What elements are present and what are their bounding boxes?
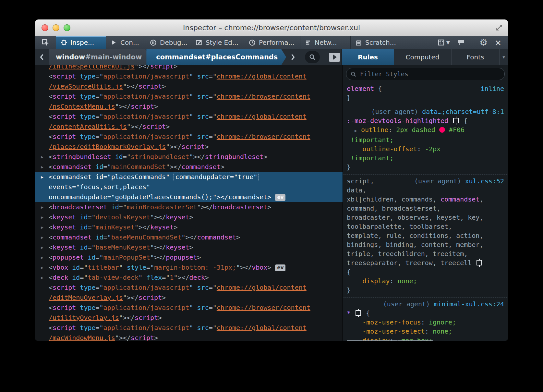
rule-line[interactable]: display: -moz-box; [347, 336, 504, 341]
expander-icon[interactable]: ▶ [41, 273, 43, 283]
expander-icon[interactable]: ▶ [41, 242, 43, 252]
markup-row[interactable]: ▶<deck id="tab-view-deck" flex="1"></dec… [35, 273, 343, 283]
rules-view[interactable]: element {inline}(user agent) data…;chars… [343, 65, 508, 341]
markup-row[interactable]: ▶<vbox id="titlebar" style="margin-botto… [35, 263, 343, 273]
close-devtools-button[interactable]: × [495, 39, 501, 47]
rule-line[interactable]: } [347, 163, 504, 172]
markup-row[interactable]: <script type="application/javascript" sr… [35, 92, 343, 102]
code-segment[interactable]: chrome://browser/content [217, 304, 310, 312]
markup-row[interactable]: ▶<commandset id="placesCommands" command… [35, 172, 343, 182]
pick-element-button[interactable] [35, 36, 56, 49]
expander-icon[interactable]: ▶ [41, 222, 43, 232]
markup-row[interactable]: ▶<keyset id="devtoolsKeyset"></keyset> [35, 212, 343, 222]
markup-row[interactable]: <script type="application/javascript" sr… [35, 71, 343, 81]
breadcrumb-back-button[interactable] [35, 53, 49, 61]
sidebar-tab-computed[interactable]: Computed [394, 49, 452, 65]
markup-row[interactable]: ▶<popupset id="mainPopupSet"></popupset> [35, 252, 343, 263]
code-segment[interactable]: /macWindowMenu.js [49, 334, 115, 341]
tab-console[interactable]: Con... [106, 36, 145, 49]
titlebar[interactable]: Inspector – chrome://browser/content/bro… [35, 19, 508, 36]
minimize-window-button[interactable] [53, 24, 59, 31]
expander-icon[interactable]: ▶ [41, 152, 43, 162]
code-segment[interactable]: /inlineSpellCheckUI.js [49, 65, 135, 70]
rule-line[interactable]: * { [347, 309, 504, 318]
expander-icon[interactable]: ▶ [41, 263, 43, 273]
markup-row[interactable]: /nsContextMenu.js"></script> [35, 102, 343, 112]
highlight-target-icon[interactable] [477, 260, 482, 265]
code-segment[interactable]: /places/editBookmarkOverlay.js [49, 143, 166, 151]
markup-row[interactable]: ▶<keyset id="baseMenuKeyset"></keyset> [35, 242, 343, 252]
tab-performance[interactable]: Performa... [244, 36, 300, 49]
code-segment[interactable]: chrome://browser/content [217, 92, 310, 100]
expander-icon[interactable]: ▶ [41, 232, 43, 242]
search-markup-button[interactable] [305, 51, 320, 63]
code-segment[interactable]: minimal-xul.css:24 [434, 300, 504, 308]
code-segment[interactable]: chrome://global/content [217, 324, 307, 332]
rule-line[interactable]: data, [347, 186, 504, 195]
markup-row[interactable]: <script type="application/javascript" sr… [35, 303, 343, 313]
sidebar-tab-fonts[interactable]: Fonts [452, 49, 500, 65]
resize-icon[interactable] [496, 24, 503, 31]
expand-sidebar-button[interactable] [329, 53, 340, 62]
filter-styles-box[interactable] [346, 68, 505, 80]
markup-row[interactable]: /editMenuOverlay.js"></script> [35, 293, 343, 303]
markup-row[interactable]: ▶<commandset id="mainCommandSet"></comma… [35, 162, 343, 172]
rule-line[interactable]: triple, treechildren, treeitem, [347, 249, 504, 258]
rule-line[interactable]: script,(user agent) xul.css:52 [347, 177, 504, 186]
rule-line[interactable]: toolbarpalette, toolbarset, [347, 222, 504, 231]
markup-row[interactable]: <script type="application/javascript" sr… [35, 132, 343, 142]
tab-network[interactable]: Netw... [300, 36, 351, 49]
event-badge[interactable]: ev [275, 264, 285, 271]
breadcrumb-item-commandset[interactable]: commandset#placesCommands [146, 49, 286, 65]
rule-line[interactable]: template, rule, conditions, action, [347, 231, 504, 240]
code-segment[interactable]: chrome://global/content [217, 113, 307, 120]
tab-inspector[interactable]: Inspe... [56, 36, 106, 49]
markup-row[interactable]: <script type="application/javascript" sr… [35, 323, 343, 333]
markup-row[interactable]: ▶<broadcasterset id="mainBroadcasterSet"… [35, 202, 343, 212]
rule-line[interactable]: xbl|children, commands, commandset, [347, 195, 504, 204]
zoom-window-button[interactable] [64, 24, 70, 31]
rule-source-link[interactable]: inline [481, 84, 504, 93]
code-segment[interactable]: /contentAreaUtils.js [49, 123, 127, 130]
breadcrumb-item-window[interactable]: window#main-window [49, 49, 150, 65]
highlight-target-icon[interactable] [356, 310, 361, 316]
markup-row[interactable]: /macWindowMenu.js"></script> [35, 333, 343, 341]
markup-row[interactable]: <script type="application/javascript" sr… [35, 283, 343, 293]
rule-line[interactable]: !important; [347, 153, 504, 163]
tab-scratchpad[interactable]: Scratch... [351, 36, 412, 49]
markup-row[interactable]: /utilityOverlay.js"></script> [35, 313, 343, 323]
rule-line[interactable]: -moz-user-focus: ignore; [347, 318, 504, 327]
markup-row[interactable]: events="focus,sort,places" [35, 182, 343, 192]
rule-line[interactable]: display: none; [347, 276, 504, 286]
rule-line[interactable]: broadcaster, observes, keyset, key, [347, 213, 504, 222]
code-segment[interactable]: /viewSourceUtils.js [49, 82, 123, 90]
rule-source-link[interactable]: (user agent) data…;charset=utf-8:1 [371, 107, 504, 116]
frame-select-button[interactable]: ▼ [438, 39, 450, 46]
markup-row[interactable]: /inlineSpellCheckUI.js"></script> [35, 65, 343, 71]
rule-source-link[interactable]: (user agent) minimal-xul.css:24 [383, 300, 504, 309]
sidebar-tab-rules[interactable]: Rules [342, 49, 394, 65]
rule-line[interactable]: } [347, 93, 504, 102]
rule-line[interactable]: outline-offset: -2px [347, 144, 504, 153]
rule-line[interactable]: } [347, 286, 504, 295]
highlight-target-icon[interactable] [453, 118, 459, 123]
sidebar-tabs-overflow-caret[interactable]: ▾ [500, 49, 508, 65]
expander-icon[interactable]: ▶ [41, 172, 43, 182]
code-segment[interactable]: /editMenuOverlay.js [49, 294, 123, 301]
color-swatch[interactable] [439, 127, 445, 133]
tab-styleeditor[interactable]: Style Ed... [191, 36, 244, 49]
code-segment[interactable]: chrome://browser/content [217, 133, 310, 141]
markup-row[interactable]: /places/editBookmarkOverlay.js"></script… [35, 142, 343, 152]
markup-row[interactable]: ▶<stringbundleset id="stringbundleset"><… [35, 152, 343, 162]
rule-source-link[interactable]: (user agent) xul.css:52 [414, 177, 504, 186]
rule-line[interactable]: ▶ outline: 2px dashed #F06 [347, 125, 504, 135]
tab-debugger[interactable]: Debug... [145, 36, 191, 49]
rule-line[interactable]: :-moz-devtools-highlighted { [347, 116, 504, 125]
markup-row[interactable]: ▶<keyset id="mainKeyset"></keyset> [35, 222, 343, 232]
filter-styles-input[interactable] [359, 70, 501, 78]
rule-line[interactable]: (user agent) minimal-xul.css:24 [347, 300, 504, 309]
rule-line[interactable]: { [347, 267, 504, 276]
rule-line[interactable]: !important; [347, 135, 504, 144]
code-segment[interactable]: /utilityOverlay.js [49, 314, 119, 322]
code-segment[interactable]: xul.css:52 [465, 177, 504, 185]
